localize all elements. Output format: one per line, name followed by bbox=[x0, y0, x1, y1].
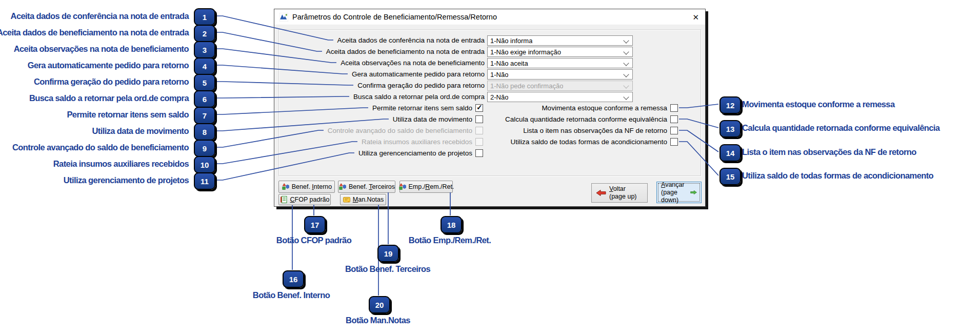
callout-number-badge: 13 bbox=[719, 120, 741, 137]
checkbox-label: Controle avançado do saldo de beneficiam… bbox=[328, 127, 472, 134]
callout-number-badge: 20 bbox=[369, 296, 390, 313]
callout-number-badge: 8 bbox=[194, 123, 215, 141]
checkbox-label: Lista o item nas observações da NF de re… bbox=[523, 127, 667, 134]
combo-value: 1-Não bbox=[490, 71, 508, 78]
combo-value: 2-Não bbox=[490, 93, 508, 101]
callout-number-badge: 14 bbox=[719, 144, 741, 162]
checkbox[interactable] bbox=[475, 149, 483, 157]
callout-label: Botão CFOP padrão bbox=[276, 234, 351, 246]
benef-shapes-icon bbox=[398, 183, 407, 191]
chevron-down-icon bbox=[623, 94, 629, 100]
toolbar-button-label: Emp./Rem./Ret. bbox=[409, 183, 454, 190]
callout-label: Utiliza saldo de todas formas de acondic… bbox=[742, 169, 933, 182]
combo-value: 1-Não informa bbox=[490, 37, 532, 45]
callout-number-badge: 2 bbox=[194, 25, 215, 42]
field-combo[interactable]: 1-Não bbox=[487, 69, 633, 80]
callout-label: Rateia insumos auxiliares recebidos bbox=[53, 158, 189, 170]
field-combo[interactable]: 1-Não exige informação bbox=[487, 47, 633, 57]
callout-label: Gera automaticamente pedido para retorno bbox=[28, 59, 189, 71]
avancar-button[interactable]: Avançar (page down) bbox=[656, 182, 702, 203]
toolbar-button[interactable]: Man.Notas bbox=[340, 194, 386, 205]
avancar-sublabel: (page down) bbox=[661, 189, 687, 204]
field-label: Aceita dados de conferência na nota de e… bbox=[337, 36, 485, 44]
app-icon bbox=[279, 13, 288, 22]
callout-label: Aceita dados de conferência na nota de e… bbox=[11, 10, 189, 22]
callout-number-badge: 17 bbox=[304, 216, 326, 233]
checkbox-label: Calcula quantidade retornada conforme eq… bbox=[505, 115, 667, 123]
field-label: Busca saldo a retornar pela ord.de compr… bbox=[353, 93, 485, 101]
callout-number-badge: 7 bbox=[194, 107, 215, 124]
field-label: Aceita dados de beneficiamento na nota d… bbox=[326, 48, 485, 55]
callout-number-badge: 4 bbox=[194, 57, 215, 75]
callout-label: Utiliza gerenciamento de projetos bbox=[64, 174, 189, 186]
callout-label: Movimenta estoque conforme a remessa bbox=[742, 98, 895, 110]
dialog-window: Parâmetros do Controle de Beneficiamento… bbox=[274, 9, 706, 207]
callout-label: Permite retornar itens sem saldo bbox=[67, 108, 189, 121]
voltar-button[interactable]: Voltar (page up) bbox=[591, 183, 648, 203]
chevron-down-icon bbox=[623, 37, 629, 43]
checkbox-label: Rateia insumos auxiliares recebidos bbox=[362, 138, 472, 146]
field-combo[interactable]: 1-Não aceita bbox=[487, 58, 633, 68]
callout-number-badge: 15 bbox=[719, 168, 741, 185]
dialog-title: Parâmetros do Controle de Beneficiamento… bbox=[292, 13, 497, 21]
callout-number-badge: 10 bbox=[194, 156, 215, 173]
forward-arrow-icon bbox=[690, 189, 697, 196]
callout-label: Confirma geração do pedido para retorno bbox=[34, 75, 189, 88]
checkbox-label: Utiliza saldo de todas formas de acondic… bbox=[511, 138, 667, 146]
checkbox[interactable] bbox=[670, 138, 678, 146]
toolbar-button[interactable]: Benef. Terceiros bbox=[338, 181, 395, 193]
close-icon[interactable]: ✕ bbox=[692, 13, 699, 21]
combo-value: 1-Não aceita bbox=[490, 60, 528, 67]
annotated-screenshot-canvas: Parâmetros do Controle de Beneficiamento… bbox=[0, 0, 980, 334]
chevron-down-icon bbox=[623, 83, 629, 88]
checkbox-label: Movimenta estoque conforme a remessa bbox=[542, 104, 667, 112]
callout-label: Botão Benef. Interno bbox=[253, 289, 330, 301]
combo-value: 1-Não pede confirmação bbox=[490, 82, 563, 90]
callout-label: Controle avançado do saldo de beneficiam… bbox=[12, 141, 189, 153]
checkbox-label: Utiliza data de movimento bbox=[393, 115, 472, 123]
field-combo[interactable]: 1-Não informa bbox=[487, 35, 633, 46]
checkbox-label: Permite retornar itens sem saldo bbox=[372, 104, 472, 112]
benef-shapes-icon bbox=[282, 183, 290, 191]
toolbar-button-label: Man.Notas bbox=[353, 196, 384, 203]
field-combo: 1-Não pede confirmação bbox=[487, 81, 633, 91]
callout-number-badge: 19 bbox=[377, 245, 399, 262]
voltar-sublabel: (page up) bbox=[609, 193, 637, 201]
toolbar-button[interactable]: CFOP padrão bbox=[278, 194, 331, 205]
callout-label: Aceita dados de beneficiamento na nota d… bbox=[0, 26, 189, 38]
toolbar-button-label: CFOP padrão bbox=[290, 196, 330, 203]
toolbar-button-label: Benef. Interno bbox=[292, 183, 332, 190]
callout-number-badge: 1 bbox=[194, 8, 215, 26]
callout-label: Lista o item nas observações da NF de re… bbox=[742, 146, 916, 158]
toolbar-button[interactable]: Benef. Interno bbox=[278, 181, 335, 193]
callout-number-badge: 16 bbox=[283, 270, 304, 288]
avancar-label: Avançar bbox=[661, 181, 687, 189]
chevron-down-icon bbox=[623, 49, 629, 54]
callout-number-badge: 5 bbox=[194, 74, 215, 91]
toolbar-button[interactable]: Emp./Rem./Ret. bbox=[399, 181, 453, 193]
dialog-titlebar: Parâmetros do Controle de Beneficiamento… bbox=[274, 9, 705, 25]
field-label: Confirma geração do pedido para retorno bbox=[357, 82, 485, 89]
chevron-down-icon bbox=[623, 71, 629, 77]
field-label: Aceita observações na nota de beneficiam… bbox=[341, 59, 485, 67]
checkbox[interactable] bbox=[670, 104, 678, 112]
chevron-down-icon bbox=[623, 60, 629, 66]
callout-label: Botão Emp./Rem./Ret. bbox=[409, 234, 491, 246]
callout-label: Busca saldo a retornar pela ord.de compr… bbox=[29, 92, 189, 104]
checkbox-label: Utiliza gerencenciamento de projetos bbox=[358, 149, 472, 157]
callout-number-badge: 9 bbox=[194, 140, 215, 157]
callout-number-badge: 12 bbox=[719, 96, 741, 114]
field-label: Gera automaticamente pedido para retorno bbox=[352, 70, 485, 78]
back-arrow-icon bbox=[596, 189, 606, 197]
field-combo[interactable]: 2-Não bbox=[487, 92, 633, 102]
checkbox[interactable] bbox=[670, 127, 678, 134]
benef-shapes-icon bbox=[338, 183, 347, 191]
voltar-label: Voltar bbox=[609, 185, 637, 193]
callout-label: Botão Man.Notas bbox=[346, 314, 410, 326]
callout-label: Calcula quantidade retornada conforme eq… bbox=[742, 122, 939, 134]
combo-value: 1-Não exige informação bbox=[490, 48, 561, 56]
callout-label: Botão Benef. Terceiros bbox=[345, 263, 430, 275]
toolbar-button-label: Benef. Terceiros bbox=[349, 183, 395, 190]
checkbox[interactable] bbox=[670, 115, 678, 123]
callout-number-badge: 11 bbox=[194, 172, 215, 190]
